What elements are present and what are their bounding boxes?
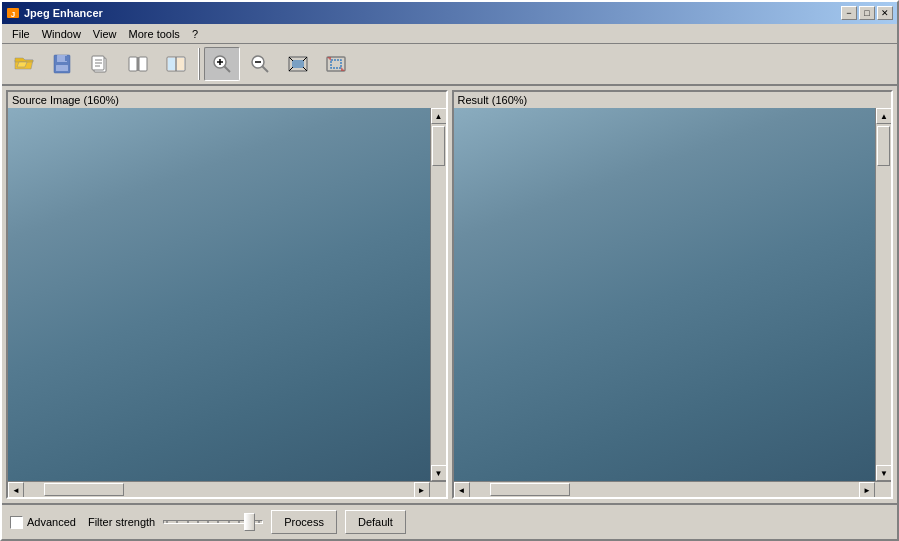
source-scroll-left[interactable]: ◄ — [8, 482, 24, 497]
source-h-track[interactable] — [24, 482, 414, 497]
menu-file[interactable]: File — [6, 26, 36, 42]
svg-rect-28 — [292, 60, 304, 68]
main-window: J Jpeg Enhancer − □ ✕ File Window View M… — [0, 0, 899, 541]
copy-icon — [89, 53, 111, 75]
result-panel-title: Result (160%) — [454, 92, 892, 108]
close-button[interactable]: ✕ — [877, 6, 893, 20]
title-bar: J Jpeg Enhancer − □ ✕ — [2, 2, 897, 24]
slider-dot — [238, 521, 240, 523]
split-button[interactable] — [158, 47, 194, 81]
slider-dot — [207, 521, 209, 523]
source-panel: Source Image (160%) ▲ ▼ — [6, 90, 448, 499]
svg-line-23 — [225, 67, 231, 73]
minimize-button[interactable]: − — [841, 6, 857, 20]
app-title: Jpeg Enhancer — [24, 7, 103, 19]
panels-area: Source Image (160%) ▲ ▼ — [2, 86, 897, 503]
source-panel-title: Source Image (160%) — [8, 92, 446, 108]
result-h-track[interactable] — [470, 482, 860, 497]
menu-bar: File Window View More tools ? — [2, 24, 897, 44]
fit-button[interactable] — [280, 47, 316, 81]
source-v-thumb[interactable] — [432, 126, 445, 166]
result-scroll-left[interactable]: ◄ — [454, 482, 470, 497]
svg-rect-19 — [177, 58, 184, 70]
result-h-thumb[interactable] — [490, 483, 570, 496]
save-icon — [51, 53, 73, 75]
slider-dot — [187, 521, 189, 523]
window-controls: − □ ✕ — [841, 6, 893, 20]
zoom-out-button[interactable] — [242, 47, 278, 81]
source-h-scrollbar-row: ◄ ► — [8, 481, 446, 497]
filter-strength-slider[interactable] — [163, 512, 263, 532]
result-v-track[interactable] — [876, 124, 891, 465]
source-panel-scrollable: ▲ ▼ ◄ ► — [8, 108, 446, 497]
result-panel-scrollable: ▲ ▼ ◄ ► — [454, 108, 892, 497]
default-button[interactable]: Default — [345, 510, 406, 534]
open-button[interactable] — [6, 47, 42, 81]
result-scroll-right[interactable]: ► — [859, 482, 875, 497]
slider-dot — [228, 521, 230, 523]
source-scroll-down[interactable]: ▼ — [431, 465, 446, 481]
slider-dot — [258, 521, 260, 523]
app-icon: J — [6, 6, 20, 20]
source-scroll-right[interactable]: ► — [414, 482, 430, 497]
slider-thumb[interactable] — [244, 513, 255, 531]
result-v-scrollbar[interactable]: ▲ ▼ — [875, 108, 891, 481]
svg-rect-14 — [139, 57, 147, 71]
result-corner — [875, 482, 891, 497]
menu-window[interactable]: Window — [36, 26, 87, 42]
svg-rect-6 — [56, 65, 68, 71]
slider-dot — [197, 521, 199, 523]
zoom-out-icon — [249, 53, 271, 75]
svg-rect-13 — [129, 57, 137, 71]
copy-button[interactable] — [82, 47, 118, 81]
svg-marker-3 — [17, 62, 27, 67]
process-button[interactable]: Process — [271, 510, 337, 534]
source-v-scrollbar[interactable]: ▲ ▼ — [430, 108, 446, 481]
open-icon — [13, 53, 35, 75]
actual-size-icon — [325, 53, 347, 75]
svg-line-26 — [263, 67, 269, 73]
filter-strength-label: Filter strength — [88, 516, 155, 528]
svg-rect-34 — [331, 60, 341, 68]
bottom-bar: Advanced Filter strength — [2, 503, 897, 539]
toolbar-separator — [198, 48, 200, 80]
source-panel-inner: ▲ ▼ — [8, 108, 446, 481]
advanced-checkbox[interactable] — [10, 516, 23, 529]
slider-dot — [176, 521, 178, 523]
result-image-canvas[interactable] — [454, 108, 876, 481]
svg-text:J: J — [11, 10, 15, 19]
source-scroll-up[interactable]: ▲ — [431, 108, 446, 124]
result-v-thumb[interactable] — [877, 126, 890, 166]
fit-icon — [287, 53, 309, 75]
advanced-label: Advanced — [27, 516, 76, 528]
result-panel: Result (160%) ▲ ▼ ◄ — [452, 90, 894, 499]
menu-help[interactable]: ? — [186, 26, 204, 42]
source-image-canvas[interactable] — [8, 108, 430, 481]
slider-dot — [217, 521, 219, 523]
save-button[interactable] — [44, 47, 80, 81]
source-v-track[interactable] — [431, 124, 446, 465]
zoom-in-button[interactable] — [204, 47, 240, 81]
source-corner — [430, 482, 446, 497]
maximize-button[interactable]: □ — [859, 6, 875, 20]
side-by-side-icon — [127, 53, 149, 75]
result-panel-inner: ▲ ▼ — [454, 108, 892, 481]
result-scroll-down[interactable]: ▼ — [876, 465, 891, 481]
slider-dot — [166, 521, 168, 523]
advanced-checkbox-container: Advanced — [10, 516, 76, 529]
menu-view[interactable]: View — [87, 26, 123, 42]
actual-size-button[interactable] — [318, 47, 354, 81]
zoom-in-icon — [211, 53, 233, 75]
side-by-side-button[interactable] — [120, 47, 156, 81]
toolbar — [2, 44, 897, 86]
result-scroll-up[interactable]: ▲ — [876, 108, 891, 124]
main-content: Source Image (160%) ▲ ▼ — [2, 86, 897, 539]
svg-rect-18 — [168, 58, 175, 70]
split-icon — [165, 53, 187, 75]
menu-more-tools[interactable]: More tools — [123, 26, 186, 42]
result-h-scrollbar-row: ◄ ► — [454, 481, 892, 497]
source-h-thumb[interactable] — [44, 483, 124, 496]
svg-rect-7 — [65, 56, 67, 61]
